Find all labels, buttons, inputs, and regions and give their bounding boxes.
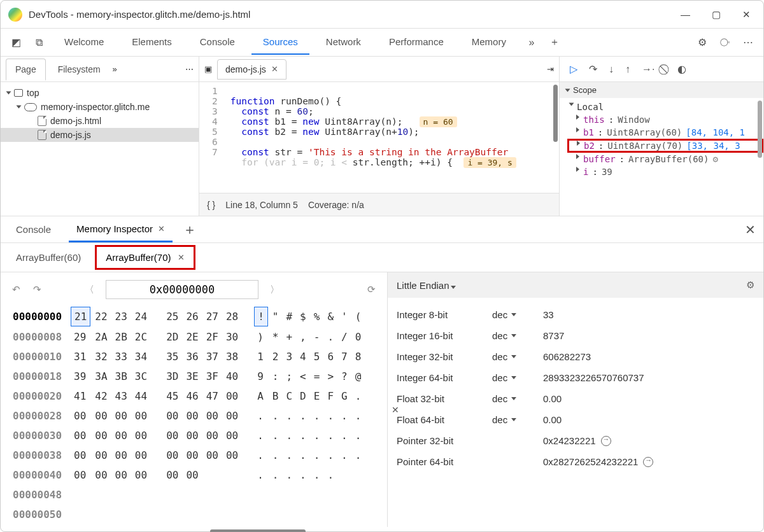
- ascii-byte[interactable]: :: [269, 367, 282, 386]
- tab-elements[interactable]: Elements: [120, 30, 183, 55]
- scope-var-i[interactable]: i: 39: [567, 165, 763, 178]
- value-settings-icon[interactable]: ⚙: [746, 279, 754, 291]
- hex-byte[interactable]: 25: [163, 307, 181, 326]
- tab-console[interactable]: Console: [188, 30, 246, 55]
- ascii-byte[interactable]: @: [352, 367, 365, 386]
- ascii-byte[interactable]: D: [297, 387, 309, 405]
- customize-icon[interactable]: ⧂: [716, 34, 734, 52]
- ascii-byte[interactable]: .: [338, 446, 351, 465]
- sidebar-more-icon[interactable]: »: [113, 64, 117, 74]
- hex-grid[interactable]: 000000002122232425262728!"#$%&'(00000008…: [8, 305, 365, 525]
- scope-var-this[interactable]: this: Window: [567, 113, 763, 126]
- show-navigator-icon[interactable]: ⇥: [547, 64, 554, 74]
- ascii-byte[interactable]: A: [254, 387, 268, 405]
- hex-byte[interactable]: 00: [92, 466, 110, 484]
- hex-byte[interactable]: 34: [132, 347, 150, 366]
- hex-byte[interactable]: 29: [71, 328, 90, 346]
- ascii-byte[interactable]: [269, 486, 282, 504]
- hex-byte[interactable]: 00: [163, 466, 181, 484]
- hex-byte[interactable]: 33: [112, 347, 131, 366]
- ascii-byte[interactable]: [311, 505, 323, 524]
- ascii-byte[interactable]: %: [311, 307, 323, 326]
- ascii-byte[interactable]: *: [269, 328, 282, 346]
- scope-local[interactable]: Local: [567, 101, 763, 113]
- close-drawer-icon[interactable]: ✕: [745, 222, 756, 237]
- drawer-tab-console[interactable]: Console: [8, 218, 59, 241]
- ascii-byte[interactable]: .: [338, 426, 351, 445]
- ascii-byte[interactable]: (: [352, 307, 365, 326]
- hex-byte[interactable]: 00: [112, 446, 131, 465]
- ascii-byte[interactable]: .: [269, 446, 282, 465]
- minimize-button[interactable]: —: [681, 9, 690, 20]
- goto-address-icon[interactable]: [601, 436, 611, 446]
- hex-byte[interactable]: 00: [112, 466, 131, 484]
- ascii-byte[interactable]: 5: [311, 347, 323, 366]
- hex-byte[interactable]: [163, 505, 181, 524]
- hex-byte[interactable]: 00: [223, 407, 241, 425]
- remove-icon[interactable]: ✕: [392, 405, 399, 415]
- ascii-byte[interactable]: .: [269, 407, 282, 425]
- ascii-byte[interactable]: 0: [352, 328, 365, 346]
- kebab-menu-icon[interactable]: ⋯: [739, 34, 757, 52]
- ascii-byte[interactable]: .: [324, 466, 337, 484]
- sidebar-tab-filesystem[interactable]: Filesystem: [48, 59, 110, 80]
- hex-byte[interactable]: 00: [203, 407, 222, 425]
- hex-byte[interactable]: 00: [163, 446, 181, 465]
- editor-tab[interactable]: demo-js.js ✕: [217, 59, 286, 80]
- undo-icon[interactable]: ↶: [8, 284, 24, 295]
- hex-byte[interactable]: 00: [132, 466, 150, 484]
- prev-address-icon[interactable]: 〈: [81, 284, 98, 296]
- ascii-byte[interactable]: G: [338, 387, 351, 405]
- ascii-byte[interactable]: $: [297, 307, 309, 326]
- next-address-icon[interactable]: 〉: [266, 284, 283, 296]
- hex-byte[interactable]: [71, 505, 90, 524]
- hex-byte[interactable]: 46: [183, 387, 201, 405]
- ascii-byte[interactable]: ;: [283, 367, 295, 386]
- hex-byte[interactable]: [112, 486, 131, 504]
- ascii-byte[interactable]: [352, 486, 365, 504]
- hex-byte[interactable]: 23: [112, 307, 131, 326]
- hex-byte[interactable]: 00: [71, 446, 90, 465]
- hex-byte[interactable]: 00: [183, 466, 201, 484]
- ascii-byte[interactable]: [352, 505, 365, 524]
- add-tab-icon[interactable]: ＋: [546, 34, 563, 52]
- hex-byte[interactable]: [163, 486, 181, 504]
- resume-icon[interactable]: ▷: [570, 63, 577, 75]
- inspect-icon[interactable]: ◩: [7, 34, 25, 52]
- hex-byte[interactable]: 39: [71, 367, 90, 386]
- ascii-byte[interactable]: ": [269, 307, 282, 326]
- hex-byte[interactable]: 40: [223, 367, 241, 386]
- hex-byte[interactable]: 31: [71, 347, 90, 366]
- ascii-byte[interactable]: .: [297, 407, 309, 425]
- encoding-selector[interactable]: dec: [492, 393, 543, 404]
- ascii-byte[interactable]: [352, 466, 365, 484]
- hex-byte[interactable]: 30: [223, 328, 241, 346]
- tab-welcome[interactable]: Welcome: [53, 30, 115, 55]
- code-area[interactable]: function runDemo() { const n = 60; const…: [224, 82, 559, 193]
- hex-byte[interactable]: 22: [92, 307, 110, 326]
- ascii-byte[interactable]: [311, 486, 323, 504]
- drawer-tab-memory-inspector[interactable]: Memory Inspector ✕: [69, 217, 173, 242]
- ascii-byte[interactable]: .: [254, 407, 268, 425]
- hex-byte[interactable]: 45: [163, 387, 181, 405]
- hex-byte[interactable]: [223, 486, 241, 504]
- hex-byte[interactable]: 2F: [203, 328, 222, 346]
- hex-byte[interactable]: [183, 505, 201, 524]
- hex-byte[interactable]: [92, 486, 110, 504]
- ascii-byte[interactable]: 6: [324, 347, 337, 366]
- ascii-byte[interactable]: .: [352, 407, 365, 425]
- more-tabs-icon[interactable]: »: [523, 34, 541, 52]
- tab-sources[interactable]: Sources: [251, 30, 309, 55]
- hex-byte[interactable]: 00: [203, 426, 222, 445]
- close-icon[interactable]: ✕: [158, 224, 165, 234]
- ascii-byte[interactable]: =: [311, 367, 323, 386]
- refresh-icon[interactable]: ⟳: [364, 284, 379, 295]
- ascii-byte[interactable]: .: [254, 446, 268, 465]
- hex-byte[interactable]: 47: [203, 387, 222, 405]
- ascii-byte[interactable]: #: [283, 307, 295, 326]
- hex-byte[interactable]: 2A: [92, 328, 110, 346]
- ascii-byte[interactable]: .: [311, 407, 323, 425]
- hex-byte[interactable]: 3A: [92, 367, 110, 386]
- ascii-byte[interactable]: .: [283, 446, 295, 465]
- ascii-byte[interactable]: ): [254, 328, 268, 346]
